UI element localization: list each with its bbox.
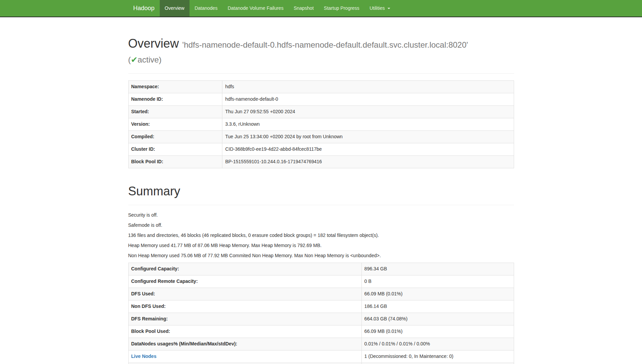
stat-value-dfs-remaining: 664.03 GB (74.08%)	[361, 313, 514, 325]
stat-value-configured-remote-capacity: 0 B	[361, 275, 514, 288]
summary-paragraphs: Security is off. Safemode is off. 136 fi…	[128, 212, 514, 259]
info-label-cluster-id: Cluster ID:	[128, 143, 222, 155]
nav-item-utilities-label: Utilities	[370, 5, 385, 11]
info-value-compiled: Tue Jun 25 13:34:00 +0200 2024 by root f…	[222, 130, 514, 143]
stat-value-block-pool-used: 66.09 MB (0.01%)	[361, 325, 514, 338]
nav-item-utilities-dropdown[interactable]: Utilities	[364, 0, 395, 17]
table-row: Started: Thu Jun 27 09:52:55 +0200 2024	[128, 105, 514, 118]
table-row: Non DFS Used: 186.14 GB	[128, 300, 514, 313]
stat-label-configured-remote-capacity: Configured Remote Capacity:	[128, 275, 361, 288]
stat-value-live-nodes: 1 (Decommissioned: 0, In Maintenance: 0)	[361, 350, 514, 363]
table-row: Block Pool Used: 66.09 MB (0.01%)	[128, 325, 514, 338]
table-row: Live Nodes 1 (Decommissioned: 0, In Main…	[128, 350, 514, 363]
info-label-namespace: Namespace:	[128, 81, 222, 93]
namenode-address: 'hdfs-namenode-default-0.hdfs-namenode-d…	[182, 40, 468, 49]
info-value-version: 3.3.6, rUnknown	[222, 118, 514, 130]
info-label-namenode-id: Namenode ID:	[128, 93, 222, 105]
table-row: DFS Remaining: 664.03 GB (74.08%)	[128, 313, 514, 325]
stat-label-datanode-usages: DataNodes usages% (Min/Median/Max/stdDev…	[128, 338, 361, 350]
info-label-block-pool-id: Block Pool ID:	[128, 155, 222, 168]
nav-item-startup-progress[interactable]: Startup Progress	[319, 0, 364, 17]
state-label: active	[138, 55, 159, 64]
table-row: Compiled: Tue Jun 25 13:34:00 +0200 2024…	[128, 130, 514, 143]
stat-value-dfs-used: 66.09 MB (0.01%)	[361, 288, 514, 300]
table-row: Block Pool ID: BP-1515559101-10.244.0.16…	[128, 155, 514, 168]
page-title: Overview 'hdfs-namenode-default-0.hdfs-n…	[128, 37, 514, 67]
table-row: Namespace: hdfs	[128, 81, 514, 93]
safemode-status-text: Safemode is off.	[128, 222, 514, 229]
live-nodes-link[interactable]: Live Nodes	[131, 354, 157, 359]
filesystem-objects-text: 136 files and directories, 46 blocks (46…	[128, 232, 514, 239]
table-row: Dead Nodes 0 (Decommissioned: 0, In Main…	[128, 363, 514, 364]
stat-label-dfs-remaining: DFS Remaining:	[128, 313, 361, 325]
namenode-info-table: Namespace: hdfs Namenode ID: hdfs-nameno…	[128, 80, 514, 168]
table-row: Cluster ID: CID-368b9fc0-ee19-4d22-abbd-…	[128, 143, 514, 155]
table-row: Version: 3.3.6, rUnknown	[128, 118, 514, 130]
namenode-state: (✔active)	[128, 55, 162, 64]
state-paren-close: )	[159, 55, 161, 64]
stat-value-configured-capacity: 896.34 GB	[361, 263, 514, 275]
stat-value-dead-nodes: 0 (Decommissioned: 0, In Maintenance: 0)	[361, 363, 514, 364]
info-label-started: Started:	[128, 105, 222, 118]
main-content: Overview 'hdfs-namenode-default-0.hdfs-n…	[123, 37, 519, 364]
info-value-namenode-id: hdfs-namenode-default-0	[222, 93, 514, 105]
stat-label-dfs-used: DFS Used:	[128, 288, 361, 300]
heap-memory-text: Heap Memory used 41.77 MB of 87.06 MB He…	[128, 242, 514, 249]
table-row: Configured Capacity: 896.34 GB	[128, 263, 514, 275]
table-row: Namenode ID: hdfs-namenode-default-0	[128, 93, 514, 105]
info-value-started: Thu Jun 27 09:52:55 +0200 2024	[222, 105, 514, 118]
brand-hadoop[interactable]: Hadoop	[128, 0, 160, 17]
page-title-text: Overview	[128, 37, 179, 50]
state-paren-open: (	[128, 55, 131, 64]
stat-label-non-dfs-used: Non DFS Used:	[128, 300, 361, 313]
stat-label-configured-capacity: Configured Capacity:	[128, 263, 361, 275]
navbar-menu: Overview Datanodes Datanode Volume Failu…	[160, 0, 395, 17]
summary-divider	[128, 205, 514, 205]
caret-down-icon	[388, 8, 390, 9]
info-label-compiled: Compiled:	[128, 130, 222, 143]
non-heap-memory-text: Non Heap Memory used 75.06 MB of 77.92 M…	[128, 252, 514, 259]
summary-title: Summary	[128, 185, 514, 198]
nav-item-datanode-volume-failures[interactable]: Datanode Volume Failures	[223, 0, 289, 17]
info-value-cluster-id: CID-368b9fc0-ee19-4d22-abbd-84fcec8117be	[222, 143, 514, 155]
cluster-stats-table: Configured Capacity: 896.34 GB Configure…	[128, 263, 514, 364]
title-divider	[128, 73, 514, 74]
stat-label-block-pool-used: Block Pool Used:	[128, 325, 361, 338]
info-value-namespace: hdfs	[222, 81, 514, 93]
nav-item-snapshot[interactable]: Snapshot	[289, 0, 319, 17]
active-check-icon: ✔	[131, 55, 138, 64]
info-label-version: Version:	[128, 118, 222, 130]
table-row: DFS Used: 66.09 MB (0.01%)	[128, 288, 514, 300]
stat-value-datanode-usages: 0.01% / 0.01% / 0.01% / 0.00%	[361, 338, 514, 350]
security-status-text: Security is off.	[128, 212, 514, 219]
table-row: DataNodes usages% (Min/Median/Max/stdDev…	[128, 338, 514, 350]
info-value-block-pool-id: BP-1515559101-10.244.0.16-1719474769416	[222, 155, 514, 168]
stat-value-non-dfs-used: 186.14 GB	[361, 300, 514, 313]
nav-item-datanodes[interactable]: Datanodes	[190, 0, 223, 17]
nav-item-overview[interactable]: Overview	[160, 0, 190, 17]
top-navbar: Hadoop Overview Datanodes Datanode Volum…	[0, 0, 642, 17]
table-row: Configured Remote Capacity: 0 B	[128, 275, 514, 288]
